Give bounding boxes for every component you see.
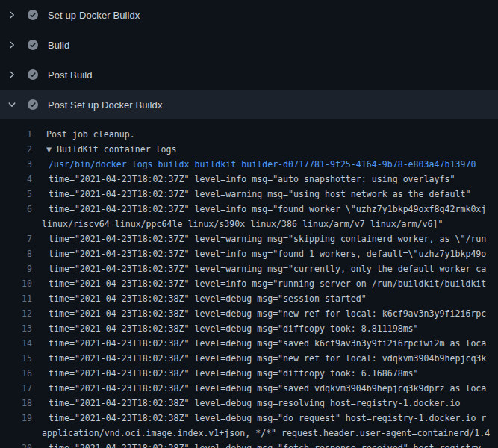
log-text: application/vnd.oci.image.index.v1+json,… <box>42 426 498 441</box>
log-line: 17 time="2021-04-23T18:02:38Z" level=deb… <box>0 381 498 396</box>
log-text: time="2021-04-23T18:02:37Z" level=info m… <box>42 172 498 187</box>
log-text: time="2021-04-23T18:02:37Z" level=info m… <box>42 246 498 261</box>
line-number[interactable]: 14 <box>0 336 32 351</box>
chevron-right-icon <box>7 10 16 19</box>
log-text: time="2021-04-23T18:02:38Z" level=debug … <box>42 291 498 306</box>
log-line: 3 /usr/bin/docker logs buildx_buildkit_b… <box>0 157 498 172</box>
line-number[interactable]: 18 <box>0 396 32 411</box>
log-text: time="2021-04-23T18:02:38Z" level=debug … <box>42 396 498 411</box>
line-number[interactable]: 12 <box>0 306 32 321</box>
log-text: /usr/bin/docker logs buildx_buildkit_bui… <box>42 157 498 172</box>
log-group-title[interactable]: BuildKit container logs <box>57 144 177 155</box>
line-number[interactable]: 2 <box>0 142 32 157</box>
line-number[interactable]: 13 <box>0 321 32 336</box>
log-text: time="2021-04-23T18:02:38Z" level=debug … <box>42 441 498 448</box>
log-line: 14 time="2021-04-23T18:02:38Z" level=deb… <box>0 336 498 351</box>
line-number[interactable]: 17 <box>0 381 32 396</box>
log-text: time="2021-04-23T18:02:37Z" level=warnin… <box>42 261 498 276</box>
line-number[interactable] <box>0 426 32 441</box>
check-circle-icon <box>28 10 38 20</box>
log-line: 4 time="2021-04-23T18:02:37Z" level=info… <box>0 172 498 187</box>
check-circle-icon <box>28 69 38 80</box>
step-build[interactable]: Build <box>0 30 498 60</box>
step-post-set-up-docker-buildx[interactable]: Post Set up Docker Buildx <box>0 90 498 119</box>
log-text: time="2021-04-23T18:02:37Z" level=info m… <box>42 202 498 217</box>
group-collapse-triangle-icon[interactable]: ▼ <box>46 144 57 155</box>
line-number[interactable]: 4 <box>0 172 32 187</box>
line-number[interactable]: 5 <box>0 187 32 202</box>
log-text: time="2021-04-23T18:02:38Z" level=debug … <box>42 366 498 381</box>
log-text: linux/riscv64 linux/ppc64le linux/s390x … <box>42 217 498 231</box>
log-area: 1 Post job cleanup. 2 ▼ BuildKit contain… <box>0 119 498 448</box>
line-number[interactable]: 11 <box>0 291 32 306</box>
line-number[interactable] <box>0 217 32 231</box>
log-line: 6 time="2021-04-23T18:02:37Z" level=info… <box>0 202 498 217</box>
log-line: application/vnd.oci.image.index.v1+json,… <box>0 426 498 441</box>
chevron-down-icon <box>7 100 16 109</box>
chevron-right-icon <box>7 40 16 49</box>
line-number[interactable]: 10 <box>0 276 32 291</box>
step-label: Post Build <box>48 69 93 81</box>
line-number[interactable]: 8 <box>0 246 32 261</box>
log-line: 16 time="2021-04-23T18:02:38Z" level=deb… <box>0 366 498 381</box>
log-line: 19 time="2021-04-23T18:02:38Z" level=deb… <box>0 411 498 426</box>
line-number[interactable]: 7 <box>0 231 32 246</box>
log-line: 1 Post job cleanup. <box>0 127 498 142</box>
log-line: 9 time="2021-04-23T18:02:37Z" level=warn… <box>0 261 498 276</box>
check-circle-icon <box>28 99 38 110</box>
log-line: 8 time="2021-04-23T18:02:37Z" level=info… <box>0 246 498 261</box>
log-line: 7 time="2021-04-23T18:02:37Z" level=warn… <box>0 231 498 246</box>
log-text: ▼ BuildKit container logs <box>42 142 498 157</box>
log-line: 2 ▼ BuildKit container logs <box>0 142 498 157</box>
log-text: time="2021-04-23T18:02:38Z" level=debug … <box>42 351 498 366</box>
line-number[interactable]: 19 <box>0 411 32 426</box>
line-number[interactable]: 16 <box>0 366 32 381</box>
log-line: 18 time="2021-04-23T18:02:38Z" level=deb… <box>0 396 498 411</box>
chevron-right-icon <box>7 70 16 79</box>
log-line: 13 time="2021-04-23T18:02:38Z" level=deb… <box>0 321 498 336</box>
step-label: Set up Docker Buildx <box>48 10 140 21</box>
log-line: 10 time="2021-04-23T18:02:37Z" level=inf… <box>0 276 498 291</box>
check-circle-icon <box>28 40 38 50</box>
step-post-build[interactable]: Post Build <box>0 60 498 90</box>
log-text: time="2021-04-23T18:02:38Z" level=debug … <box>42 336 498 351</box>
log-text: Post job cleanup. <box>42 127 498 142</box>
log-line: 11 time="2021-04-23T18:02:38Z" level=deb… <box>0 291 498 306</box>
line-number[interactable]: 6 <box>0 202 32 217</box>
steps-list: Set up Docker Buildx Build Post Build Po… <box>0 0 498 119</box>
log-text: time="2021-04-23T18:02:38Z" level=debug … <box>42 411 498 426</box>
log-text: time="2021-04-23T18:02:38Z" level=debug … <box>42 321 498 336</box>
log-line: 15 time="2021-04-23T18:02:38Z" level=deb… <box>0 351 498 366</box>
step-label: Post Set up Docker Buildx <box>48 99 163 111</box>
log-text: time="2021-04-23T18:02:37Z" level=warnin… <box>42 187 498 202</box>
line-number[interactable]: 15 <box>0 351 32 366</box>
log-line: 12 time="2021-04-23T18:02:38Z" level=deb… <box>0 306 498 321</box>
step-set-up-docker-buildx[interactable]: Set up Docker Buildx <box>0 0 498 30</box>
log-text: time="2021-04-23T18:02:38Z" level=debug … <box>42 306 498 321</box>
line-number[interactable]: 1 <box>0 127 32 142</box>
step-label: Build <box>48 40 69 51</box>
line-number[interactable]: 20 <box>0 441 32 448</box>
log-text: time="2021-04-23T18:02:37Z" level=warnin… <box>42 231 498 246</box>
log-line: 5 time="2021-04-23T18:02:37Z" level=warn… <box>0 187 498 202</box>
line-number[interactable]: 3 <box>0 157 32 172</box>
line-number[interactable]: 9 <box>0 261 32 276</box>
log-line: 20 time="2021-04-23T18:02:38Z" level=deb… <box>0 441 498 448</box>
log-line: linux/riscv64 linux/ppc64le linux/s390x … <box>0 217 498 231</box>
log-text: time="2021-04-23T18:02:37Z" level=info m… <box>42 276 498 291</box>
log-text: time="2021-04-23T18:02:38Z" level=debug … <box>42 381 498 396</box>
